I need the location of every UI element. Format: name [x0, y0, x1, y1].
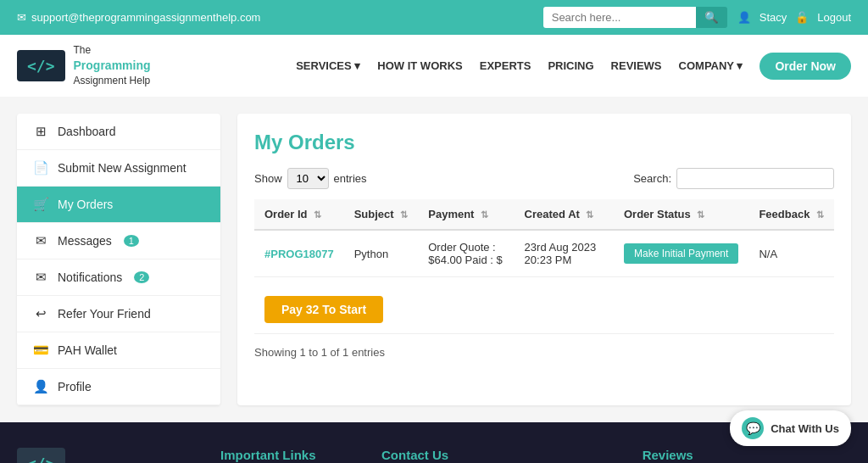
sort-icon-status[interactable]: ⇅ [697, 209, 704, 220]
page-title-prefix: My [254, 131, 288, 153]
footer-logo-section: </> The Programming Assignment Help [17, 448, 186, 463]
footer-reviews-heading: Reviews [643, 448, 829, 463]
refer-icon: ↩ [32, 306, 49, 321]
dashboard-icon: ⊞ [32, 124, 49, 139]
logo-text: The Programming Assignment Help [74, 43, 151, 88]
messages-badge: 1 [124, 235, 139, 247]
top-bar: ✉ support@theprogrammingassignmenthelp.c… [0, 0, 868, 35]
logout-icon: 🔓 [795, 11, 809, 24]
sidebar-item-messages[interactable]: ✉ Messages 1 [17, 223, 220, 259]
col-created-at: Created At ⇅ [515, 199, 614, 230]
header: </> The Programming Assignment Help SERV… [0, 35, 868, 97]
sort-icon-feedback[interactable]: ⇅ [816, 209, 824, 220]
entries-select[interactable]: 10 25 50 [287, 168, 329, 189]
sort-icon-payment[interactable]: ⇅ [481, 209, 488, 220]
col-order-id: Order Id ⇅ [254, 199, 344, 230]
chat-label: Chat With Us [771, 422, 839, 435]
nav-how-it-works[interactable]: HOW IT WORKS [377, 59, 462, 72]
nav-pricing[interactable]: PRICING [548, 59, 593, 72]
payment-cell: Order Quote : $64.00 Paid : $ [418, 230, 514, 277]
wallet-icon: 💳 [32, 343, 49, 358]
sidebar-label-refer: Refer Your Friend [58, 307, 151, 321]
subject-cell: Python [344, 230, 419, 277]
logo-brand: Programming [74, 59, 151, 72]
col-feedback: Feedback ⇅ [748, 199, 834, 230]
user-links: 👤 Stacy 🔓 Logout [737, 11, 851, 24]
col-payment: Payment ⇅ [418, 199, 514, 230]
nav-company[interactable]: COMPANY [679, 59, 743, 72]
search-input[interactable] [543, 7, 696, 28]
sidebar-item-refer[interactable]: ↩ Refer Your Friend [17, 296, 220, 332]
footer-contact-heading: Contact Us [381, 448, 609, 463]
show-label: Show [254, 172, 282, 185]
sidebar-item-notifications[interactable]: ✉ Notifications 2 [17, 259, 220, 296]
table-search: Search: [633, 168, 834, 189]
support-email: support@theprogrammingassignmenthelp.com [31, 11, 260, 24]
nav-services[interactable]: SERVICES [296, 59, 360, 72]
entries-label: entries [334, 172, 367, 185]
nav-experts[interactable]: EXPERTS [480, 59, 531, 72]
sidebar-item-wallet[interactable]: 💳 PAH Wallet [17, 332, 220, 369]
logo-icon: </> [17, 50, 65, 81]
make-payment-button[interactable]: Make Initial Payment [624, 243, 738, 264]
sidebar-label-submit: Submit New Assignment [58, 161, 186, 175]
footer-logo-icon: </> [17, 448, 65, 463]
table-controls-left: Show 10 25 50 entries [254, 168, 367, 189]
sidebar-label-orders: My Orders [58, 198, 113, 211]
sidebar: ⊞ Dashboard 📄 Submit New Assignment 🛒 My… [17, 114, 220, 405]
search-box[interactable]: 🔍 [543, 7, 727, 28]
logo-line2: Assignment Help [74, 75, 151, 86]
pay-start-row: Pay 32 To Start [254, 277, 834, 334]
table-search-input[interactable] [676, 168, 834, 189]
sort-icon-orderid[interactable]: ⇅ [314, 209, 321, 220]
notifications-badge: 2 [134, 271, 149, 283]
email-icon: ✉ [17, 11, 26, 24]
table-controls: Show 10 25 50 entries Search: [254, 168, 834, 189]
notifications-icon: ✉ [32, 270, 49, 285]
logout-link[interactable]: Logout [817, 11, 851, 24]
messages-icon: ✉ [32, 233, 49, 248]
logo-line1: The [74, 44, 92, 56]
sidebar-label-messages: Messages [58, 234, 112, 248]
user-icon: 👤 [737, 11, 751, 24]
top-bar-right-section: 🔍 👤 Stacy 🔓 Logout [543, 7, 851, 28]
nav-reviews[interactable]: REVIEWS [611, 59, 662, 72]
page-title: My Orders [254, 131, 834, 154]
feedback-cell: N/A [748, 230, 834, 277]
chat-widget[interactable]: 💬 Chat With Us [730, 410, 851, 446]
col-order-status: Order Status ⇅ [614, 199, 748, 230]
showing-text: Showing 1 to 1 of 1 entries [254, 346, 834, 359]
sidebar-item-submit[interactable]: 📄 Submit New Assignment [17, 150, 220, 187]
sidebar-item-profile[interactable]: 👤 Profile [17, 369, 220, 405]
footer-important-links: Important Links About Us Our Journey [220, 448, 348, 463]
sidebar-label-dashboard: Dashboard [58, 125, 116, 138]
pay-start-button[interactable]: Pay 32 To Start [264, 296, 383, 323]
col-subject: Subject ⇅ [344, 199, 419, 230]
pay-start-cell: Pay 32 To Start [254, 277, 834, 334]
sidebar-item-orders[interactable]: 🛒 My Orders [17, 187, 220, 223]
logo: </> The Programming Assignment Help [17, 43, 151, 88]
sort-icon-subject[interactable]: ⇅ [400, 209, 408, 220]
order-id-cell: #PROG18077 [254, 230, 344, 277]
page-title-highlight: Orders [288, 131, 355, 153]
main-container: ⊞ Dashboard 📄 Submit New Assignment 🛒 My… [0, 97, 868, 422]
submit-icon: 📄 [32, 160, 49, 176]
order-now-button[interactable]: Order Now [760, 53, 851, 80]
username-link[interactable]: Stacy [760, 11, 787, 24]
footer-contact-section: Contact Us ✉ support@theprogrammingassig… [381, 448, 609, 463]
profile-icon: 👤 [32, 379, 49, 394]
created-at-cell: 23rd Aug 2023 20:23 PM [515, 230, 614, 277]
orders-icon: 🛒 [32, 197, 49, 212]
orders-table: Order Id ⇅ Subject ⇅ Payment ⇅ Created A… [254, 199, 834, 334]
table-row: #PROG18077 Python Order Quote : $64.00 P… [254, 230, 834, 277]
order-id-link[interactable]: #PROG18077 [264, 248, 334, 260]
sidebar-item-dashboard[interactable]: ⊞ Dashboard [17, 114, 220, 150]
footer-links-heading: Important Links [220, 448, 348, 463]
main-nav: SERVICES HOW IT WORKS EXPERTS PRICING RE… [296, 53, 851, 80]
sort-icon-created[interactable]: ⇅ [586, 209, 593, 220]
sidebar-label-notifications: Notifications [58, 271, 122, 284]
top-bar-email-section: ✉ support@theprogrammingassignmenthelp.c… [17, 11, 260, 24]
search-button[interactable]: 🔍 [696, 7, 727, 28]
search-label-text: Search: [633, 172, 671, 185]
footer-reviews-section: Reviews The Programming Assignment Help … [643, 448, 829, 463]
